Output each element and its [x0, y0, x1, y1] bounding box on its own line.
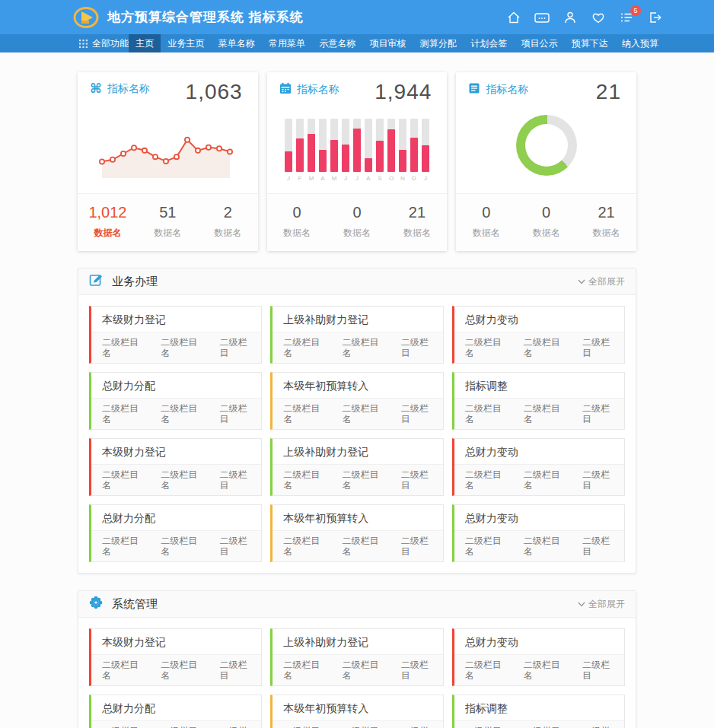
card-link[interactable]: 二级栏目名 — [283, 337, 322, 358]
card-link[interactable]: 二级栏目名 — [343, 660, 381, 681]
card-link[interactable]: 二级栏目名 — [524, 403, 563, 424]
card-link[interactable]: 二级栏目 — [582, 660, 614, 681]
bar-chart: JFMAMJJASONDJ — [279, 112, 435, 182]
business-card[interactable]: 总财力分配二级栏目名二级栏目名二级栏目 — [89, 504, 262, 562]
nav-item-常用菜单[interactable]: 常用菜单 — [262, 34, 312, 52]
business-card[interactable]: 总财力变动二级栏目名二级栏目名二级栏目 — [452, 306, 625, 364]
line-chart — [90, 111, 246, 181]
business-card-links: 二级栏目名二级栏目名二级栏目 — [454, 720, 624, 728]
card-link[interactable]: 二级栏目名 — [343, 536, 381, 557]
bar-track — [319, 119, 327, 172]
card-link[interactable]: 二级栏目名 — [161, 536, 199, 557]
business-card[interactable]: 本级年初预算转入二级栏目名二级栏目名二级栏目 — [270, 504, 443, 562]
business-card[interactable]: 本级年初预算转入二级栏目名二级栏目名二级栏目 — [270, 695, 443, 728]
business-card-title: 总财力分配 — [91, 373, 261, 398]
list-icon[interactable]: 5 — [617, 8, 636, 27]
card-link[interactable]: 二级栏目名 — [102, 469, 141, 491]
nav-item-项目公示[interactable]: 项目公示 — [514, 34, 564, 52]
card-link[interactable]: 二级栏目名 — [102, 337, 141, 358]
card-link[interactable]: 二级栏目 — [219, 403, 250, 424]
business-card[interactable]: 本级年初预算转入二级栏目名二级栏目名二级栏目 — [270, 372, 443, 430]
business-card[interactable]: 本级财力登记二级栏目名二级栏目名二级栏目 — [89, 628, 262, 686]
chevron-down-icon — [578, 602, 585, 607]
nav-all-functions[interactable]: 全部功能 — [79, 37, 129, 50]
nav-item-项目审核[interactable]: 项目审核 — [363, 34, 413, 52]
card-link[interactable]: 二级栏目名 — [343, 469, 381, 491]
business-card[interactable]: 总财力分配二级栏目名二级栏目名二级栏目 — [89, 695, 262, 728]
card-link[interactable]: 二级栏目 — [219, 660, 250, 681]
card-link[interactable]: 二级栏目 — [401, 403, 432, 424]
expand-all-button[interactable]: 全部展开 — [578, 275, 625, 288]
card-link[interactable]: 二级栏目 — [582, 469, 614, 491]
card-link[interactable]: 二级栏目名 — [343, 403, 381, 424]
bar-label: M — [308, 175, 315, 182]
card-link[interactable]: 二级栏目 — [582, 337, 614, 358]
nav-item-业务主页[interactable]: 业务主页 — [161, 34, 212, 52]
card-link[interactable]: 二级栏目 — [219, 536, 250, 557]
nav-item-纳入预算[interactable]: 纳入预算 — [615, 34, 665, 52]
business-card[interactable]: 指标调整二级栏目名二级栏目名二级栏目 — [452, 695, 625, 728]
business-card-title: 本级年初预算转入 — [273, 373, 442, 398]
card-link[interactable]: 二级栏目名 — [161, 403, 199, 424]
business-card-title: 上级补助财力登记 — [273, 439, 442, 464]
card-link[interactable]: 二级栏目 — [219, 469, 250, 491]
card-link[interactable]: 二级栏目 — [401, 469, 432, 491]
business-card[interactable]: 指标调整二级栏目名二级栏目名二级栏目 — [452, 372, 625, 430]
card-link[interactable]: 二级栏目 — [401, 536, 432, 557]
nav-item-测算分配[interactable]: 测算分配 — [413, 34, 464, 52]
card-link[interactable]: 二级栏目 — [219, 337, 250, 358]
card-link[interactable]: 二级栏目 — [582, 403, 614, 424]
heart-icon[interactable] — [589, 8, 607, 27]
business-card[interactable]: 上级补助财力登记二级栏目名二级栏目名二级栏目 — [270, 438, 443, 496]
business-card-links: 二级栏目名二级栏目名二级栏目 — [91, 654, 261, 685]
business-card[interactable]: 上级补助财力登记二级栏目名二级栏目名二级栏目 — [270, 628, 443, 686]
nav-item-计划会签[interactable]: 计划会签 — [464, 34, 514, 52]
card-link[interactable]: 二级栏目名 — [102, 660, 141, 681]
card-link[interactable]: 二级栏目名 — [283, 403, 322, 424]
stat-card-value: 1,063 — [186, 80, 243, 104]
card-link[interactable]: 二级栏目名 — [102, 536, 141, 557]
card-link[interactable]: 二级栏目名 — [161, 469, 199, 491]
stat-footer-item: 2数据名 — [198, 204, 258, 240]
card-link[interactable]: 二级栏目 — [582, 536, 614, 557]
card-link[interactable]: 二级栏目名 — [283, 536, 322, 557]
card-link[interactable]: 二级栏目名 — [524, 469, 563, 491]
nav-item-菜单名称[interactable]: 菜单名称 — [212, 34, 262, 52]
card-link[interactable]: 二级栏目名 — [524, 536, 563, 557]
business-card-links: 二级栏目名二级栏目名二级栏目 — [454, 654, 624, 685]
home-icon[interactable] — [505, 8, 523, 27]
card-link[interactable]: 二级栏目名 — [161, 660, 199, 681]
card-link[interactable]: 二级栏目名 — [161, 337, 199, 358]
card-link[interactable]: 二级栏目名 — [343, 337, 381, 358]
business-card[interactable]: 总财力分配二级栏目名二级栏目名二级栏目 — [89, 372, 262, 430]
nav-item-主页[interactable]: 主页 — [129, 34, 161, 52]
expand-all-button[interactable]: 全部展开 — [578, 598, 625, 611]
card-link[interactable]: 二级栏目名 — [465, 536, 504, 557]
business-card[interactable]: 总财力变动二级栏目名二级栏目名二级栏目 — [452, 504, 625, 562]
card-link[interactable]: 二级栏目名 — [283, 469, 322, 491]
card-link[interactable]: 二级栏目名 — [524, 337, 563, 358]
user-icon[interactable] — [561, 8, 579, 27]
business-card-title: 指标调整 — [454, 695, 624, 720]
bar-fill — [296, 138, 304, 172]
card-link[interactable]: 二级栏目名 — [465, 660, 504, 681]
business-card[interactable]: 本级财力登记二级栏目名二级栏目名二级栏目 — [89, 306, 262, 364]
card-link[interactable]: 二级栏目 — [401, 660, 432, 681]
logout-icon[interactable] — [645, 8, 664, 27]
business-card-grid: 本级财力登记二级栏目名二级栏目名二级栏目上级补助财力登记二级栏目名二级栏目名二级… — [78, 295, 636, 573]
nav-item-预算下达[interactable]: 预算下达 — [565, 34, 615, 52]
card-link[interactable]: 二级栏目名 — [283, 660, 322, 681]
business-card[interactable]: 总财力变动二级栏目名二级栏目名二级栏目 — [452, 438, 625, 496]
card-icon[interactable] — [533, 8, 551, 27]
card-link[interactable]: 二级栏目名 — [102, 403, 141, 424]
card-link[interactable]: 二级栏目名 — [465, 337, 504, 358]
card-link[interactable]: 二级栏目 — [401, 337, 432, 358]
card-link[interactable]: 二级栏目名 — [465, 403, 504, 424]
nav-item-示意名称[interactable]: 示意名称 — [312, 34, 362, 52]
bar-label: N — [399, 175, 406, 182]
business-card[interactable]: 总财力变动二级栏目名二级栏目名二级栏目 — [452, 628, 625, 686]
card-link[interactable]: 二级栏目名 — [465, 469, 504, 491]
business-card[interactable]: 本级财力登记二级栏目名二级栏目名二级栏目 — [89, 438, 262, 496]
business-card[interactable]: 上级补助财力登记二级栏目名二级栏目名二级栏目 — [270, 306, 443, 364]
card-link[interactable]: 二级栏目名 — [524, 660, 563, 681]
